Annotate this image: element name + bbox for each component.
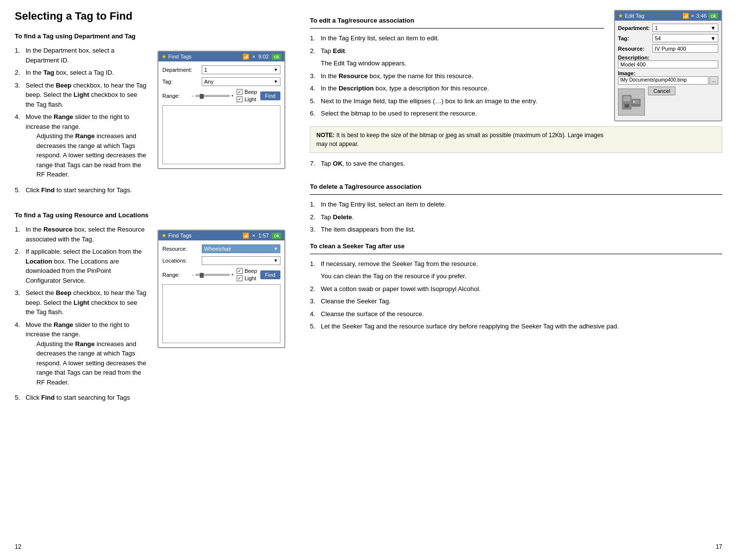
delete-step-2: 2. Tap Delete.	[310, 212, 722, 222]
right-column: ★ Edit Tag 📶 × 3:46 ok Department: 1 ▼	[300, 10, 722, 550]
light-checkbox[interactable]: ✓	[237, 96, 243, 102]
antenna-icon: 📶	[243, 54, 249, 60]
plus2-icon: +	[231, 272, 234, 277]
step-1-4-note: Adjusting the Range increases and decrea…	[36, 131, 148, 179]
page: Selecting a Tag to Find To find a Tag us…	[0, 0, 737, 560]
delete-step-3: 3. The item disappears from the list.	[310, 225, 722, 235]
device-screenshot-1: ★ Find Tags 📶 × 9:02 ok Department: 1 ▼	[157, 51, 285, 169]
device2-resource-input[interactable]: Wheelchair ▼	[202, 244, 280, 253]
edit-bottom-area: Cancel	[618, 87, 718, 118]
device1-tag-input[interactable]: Any ▼	[202, 77, 280, 86]
step-1-5: 5. Click Find to start searching for Tag…	[15, 185, 285, 195]
step-2-2: 2. If applicable, select the Location fr…	[15, 247, 148, 285]
edit-antenna-icon: 📶	[682, 13, 689, 19]
svg-rect-6	[633, 101, 635, 103]
device2-light-row: ✓ Light	[237, 275, 257, 281]
edit-image-path[interactable]: \My Documents\pump400.bmp	[618, 76, 708, 85]
edit-tag-row: Tag: 54 ▼	[618, 34, 718, 42]
device1-range-label: Range:	[162, 93, 192, 99]
device1-slider[interactable]: - +	[192, 93, 234, 98]
device2-beep-row: ✓ Beep	[237, 268, 257, 274]
slider2-thumb	[200, 273, 204, 278]
device1-title: ★ Find Tags	[161, 53, 192, 60]
edit-step-1: 1. In the Tag Entry list, select an item…	[310, 33, 604, 43]
edit-step-2: 2. Tap Edit.	[310, 46, 604, 56]
edit-resource-row: Resource: IV Pump 400	[618, 44, 718, 53]
note-box: NOTE: It is best to keep the size of the…	[310, 126, 722, 153]
device1-dept-label: Department:	[162, 67, 202, 73]
edit-resource-label: Resource:	[618, 46, 652, 52]
edit-cancel-button[interactable]: Cancel	[648, 87, 676, 95]
page-number-right: 17	[716, 543, 722, 550]
clean-step-1: 1. If necessary, remove the Seeker Tag f…	[310, 259, 722, 269]
svg-rect-1	[623, 96, 630, 101]
light2-checkbox[interactable]: ✓	[237, 275, 243, 281]
edit-dept-input[interactable]: 1 ▼	[652, 24, 718, 32]
antenna2-icon: 📶	[243, 233, 249, 239]
minus-icon: -	[192, 93, 194, 98]
section1-heading: To find a Tag using Department and Tag	[15, 32, 285, 40]
device1-find-button[interactable]: Find	[260, 91, 280, 100]
step-1-2: 2. In the Tag box, select a Tag ID.	[15, 68, 148, 78]
locations-dropdown-arrow: ▼	[274, 258, 278, 263]
device2-find-button[interactable]: Find	[260, 270, 280, 279]
clean-step-4: 4. Cleanse the surface of the resource.	[310, 309, 722, 319]
battery2-icon: ×	[252, 233, 255, 239]
beep2-label: Beep	[245, 268, 257, 274]
edit-step-3: 3. In the Resource box, type the name fo…	[310, 71, 604, 81]
battery-icon: ×	[252, 54, 255, 60]
device2-range-label: Range:	[162, 272, 192, 278]
device2-titlebar: ★ Find Tags 📶 × 1:57 ok	[158, 231, 284, 240]
device2-resource-row: Resource: Wheelchair ▼	[162, 244, 280, 253]
dept-dropdown-arrow: ▼	[274, 67, 278, 72]
clean-step-indent: You can clean the Tag on the resource if…	[310, 271, 722, 281]
device1-results	[162, 105, 280, 164]
resource-dropdown-arrow: ▼	[274, 246, 278, 251]
edit-tag-input[interactable]: 54 ▼	[652, 34, 718, 42]
ok-icon: ok	[272, 54, 281, 60]
device2-locations-input[interactable]: ▼	[202, 256, 280, 265]
edit-ellipsis-button[interactable]: ...	[709, 76, 718, 85]
device1-dept-input[interactable]: 1 ▼	[202, 65, 280, 74]
edit-x-icon: ×	[691, 13, 694, 19]
light2-label: Light	[245, 275, 256, 281]
note-text: It is best to keep the size of the bitma…	[316, 132, 604, 147]
delete-divider	[310, 194, 722, 195]
device1-tag-row: Tag: Any ▼	[162, 77, 280, 86]
slider2-track	[195, 274, 230, 276]
device1-body: Department: 1 ▼ Tag: Any ▼ Range:	[158, 61, 284, 168]
device1-icons: 📶 × 9:02 ok	[243, 54, 281, 60]
edit-tag-arrow: ▼	[710, 35, 716, 41]
tag-dropdown-arrow: ▼	[274, 79, 278, 84]
device2-range-row: Range: - + ✓ Beep ✓	[162, 268, 280, 281]
edit-device-title: ★ Edit Tag	[618, 12, 645, 19]
edit-image-row: Image: \My Documents\pump400.bmp ...	[618, 70, 718, 85]
device2-locations-label: Locations:	[162, 258, 202, 264]
clean-steps: 1. If necessary, remove the Seeker Tag f…	[310, 259, 722, 331]
device1-dept-row: Department: 1 ▼	[162, 65, 280, 74]
slider-thumb	[200, 94, 204, 99]
edit-ok-icon: ok	[708, 13, 718, 19]
step-2-3: 3. Select the Beep checkbox, to hear the…	[15, 288, 148, 317]
edit-dept-label: Department:	[618, 25, 652, 31]
edit-desc-row: Description: Model 400	[618, 55, 718, 68]
step-1-1: 1. In the Department box, select a Depar…	[15, 46, 148, 65]
edit-device-body: Department: 1 ▼ Tag: 54 ▼ Resource:	[615, 21, 721, 120]
step-2-5: 5. Click Find to start searching for Tag…	[15, 393, 285, 403]
device2-resource-label: Resource:	[162, 246, 202, 252]
minus2-icon: -	[192, 272, 194, 277]
edit-desc-input[interactable]: Model 400	[618, 60, 718, 68]
edit-device-icons: 📶 × 3:46 ok	[682, 13, 718, 19]
beep2-checkbox[interactable]: ✓	[237, 268, 243, 274]
device2-title: ★ Find Tags	[161, 232, 192, 239]
device2-results	[162, 284, 280, 343]
device1-titlebar: ★ Find Tags 📶 × 9:02 ok	[158, 52, 284, 61]
beep-checkbox[interactable]: ✓	[237, 89, 243, 95]
clean-divider	[310, 254, 722, 254]
edit-resource-input[interactable]: IV Pump 400	[652, 44, 718, 53]
slider-track	[195, 95, 230, 97]
edit-steps2: 7. Tap OK, to save the changes.	[310, 159, 722, 169]
device2-checkboxes: ✓ Beep ✓ Light	[237, 268, 257, 281]
step-2-4: 4. Move the Range slider to the right to…	[15, 320, 148, 390]
device2-slider[interactable]: - +	[192, 272, 234, 277]
